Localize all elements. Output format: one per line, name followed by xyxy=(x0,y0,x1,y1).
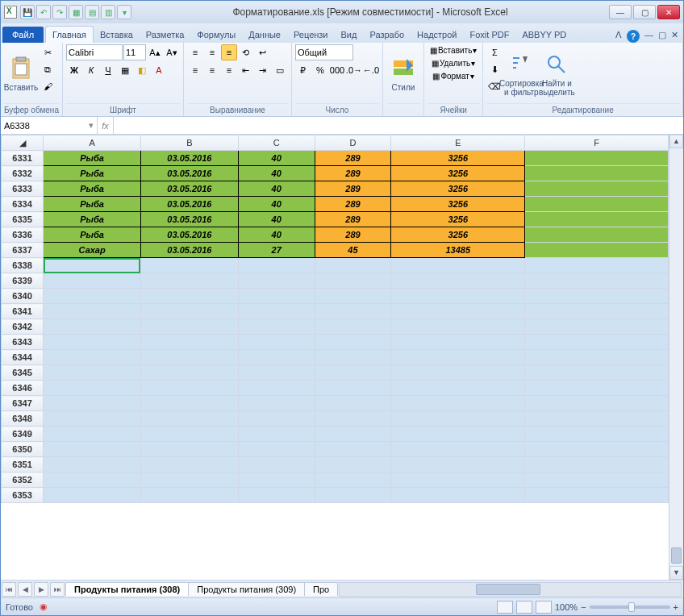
cell[interactable]: 03.05.2016 xyxy=(140,227,238,243)
undo-icon[interactable]: ↶ xyxy=(36,5,51,19)
cell[interactable]: 40 xyxy=(238,212,315,227)
cell[interactable] xyxy=(315,457,391,472)
table-row[interactable]: 6341 xyxy=(2,304,669,319)
row-header[interactable]: 6342 xyxy=(2,319,44,335)
col-header[interactable]: D xyxy=(315,135,391,151)
increase-font-icon[interactable]: A▴ xyxy=(147,44,163,60)
tab-home[interactable]: Главная xyxy=(45,26,94,43)
cell[interactable]: Сахар xyxy=(44,243,141,258)
row-header[interactable]: 6339 xyxy=(2,273,44,289)
decrease-decimal-icon[interactable]: ←.0 xyxy=(363,62,379,78)
cell[interactable]: 289 xyxy=(315,181,391,197)
row-header[interactable]: 6336 xyxy=(2,227,44,243)
cell[interactable]: 03.05.2016 xyxy=(140,151,238,166)
cell[interactable] xyxy=(44,258,141,273)
cell[interactable] xyxy=(238,258,315,273)
row-header[interactable]: 6349 xyxy=(2,427,44,442)
qat-btn[interactable]: ▾ xyxy=(117,5,131,19)
row-header[interactable]: 6333 xyxy=(2,181,44,197)
increase-decimal-icon[interactable]: .0→ xyxy=(346,62,362,78)
underline-button[interactable]: Ч xyxy=(100,62,116,78)
cell[interactable]: 40 xyxy=(238,166,315,181)
row-header[interactable]: 6350 xyxy=(2,442,44,457)
cell[interactable] xyxy=(44,273,141,289)
cell[interactable] xyxy=(315,488,391,503)
cell[interactable]: 289 xyxy=(315,212,391,227)
row-header[interactable]: 6344 xyxy=(2,350,44,365)
cell[interactable] xyxy=(315,427,391,442)
cell[interactable] xyxy=(238,381,315,396)
cell[interactable] xyxy=(140,258,238,273)
percent-icon[interactable]: % xyxy=(312,62,328,78)
cell[interactable] xyxy=(238,319,315,335)
table-row[interactable]: 6347 xyxy=(2,396,669,411)
cell[interactable]: 289 xyxy=(315,166,391,181)
cell[interactable]: Рыба xyxy=(44,212,141,227)
paste-button[interactable]: Вставить xyxy=(4,44,38,103)
tab-view[interactable]: Вид xyxy=(335,27,364,43)
cell[interactable] xyxy=(525,181,669,197)
formula-input[interactable] xyxy=(114,117,683,134)
cell[interactable] xyxy=(391,381,525,396)
cell[interactable] xyxy=(525,258,669,273)
cell[interactable]: 3256 xyxy=(391,151,525,166)
cell-grid[interactable]: ◢ A B C D E F 6331Рыба03.05.201640289325… xyxy=(1,135,669,580)
tab-data[interactable]: Данные xyxy=(242,27,287,43)
cell[interactable]: Рыба xyxy=(44,166,141,181)
cell[interactable] xyxy=(140,289,238,304)
cell[interactable] xyxy=(238,365,315,381)
fx-icon[interactable]: fx xyxy=(98,117,114,134)
name-box-dropdown-icon[interactable]: ▾ xyxy=(89,120,94,131)
cell[interactable] xyxy=(391,258,525,273)
cell[interactable] xyxy=(391,365,525,381)
cell[interactable] xyxy=(525,350,669,365)
row-header[interactable]: 6343 xyxy=(2,335,44,350)
help-icon[interactable]: ? xyxy=(627,30,640,43)
cell[interactable] xyxy=(391,396,525,411)
cell[interactable] xyxy=(525,381,669,396)
normal-view-icon[interactable] xyxy=(497,601,513,614)
cell[interactable] xyxy=(140,457,238,472)
orientation-icon[interactable]: ⟲ xyxy=(238,44,254,60)
close-button[interactable]: ✕ xyxy=(657,5,680,19)
fill-icon[interactable]: ⬇ xyxy=(486,61,503,77)
table-row[interactable]: 6346 xyxy=(2,381,669,396)
sheet-tab[interactable]: Продукты питания (309) xyxy=(188,582,305,596)
cell[interactable]: Рыба xyxy=(44,181,141,197)
sheet-tab[interactable]: Про xyxy=(304,582,338,596)
zoom-in-icon[interactable]: + xyxy=(674,602,678,612)
cell[interactable] xyxy=(315,258,391,273)
cell[interactable] xyxy=(238,442,315,457)
cell[interactable] xyxy=(391,488,525,503)
cell[interactable]: 45 xyxy=(315,243,391,258)
cell[interactable] xyxy=(238,304,315,319)
cell[interactable]: 3256 xyxy=(391,181,525,197)
cell[interactable] xyxy=(140,442,238,457)
cell[interactable] xyxy=(391,411,525,427)
merge-icon[interactable]: ▭ xyxy=(272,62,288,78)
cell[interactable] xyxy=(238,488,315,503)
zoom-level[interactable]: 100% xyxy=(555,602,578,612)
page-break-view-icon[interactable] xyxy=(536,601,552,614)
cell[interactable] xyxy=(315,365,391,381)
row-header[interactable]: 6337 xyxy=(2,243,44,258)
cell[interactable] xyxy=(140,365,238,381)
table-row[interactable]: 6353 xyxy=(2,488,669,503)
cell[interactable]: 03.05.2016 xyxy=(140,212,238,227)
qat-btn[interactable]: ▤ xyxy=(85,5,99,19)
cell[interactable] xyxy=(525,151,669,166)
cell[interactable] xyxy=(44,289,141,304)
doc-restore-icon[interactable]: ▢ xyxy=(658,30,666,43)
cell[interactable] xyxy=(525,304,669,319)
cell[interactable] xyxy=(44,304,141,319)
tab-developer[interactable]: Разрабо xyxy=(363,27,411,43)
cell[interactable] xyxy=(140,427,238,442)
cell[interactable] xyxy=(315,381,391,396)
cell[interactable] xyxy=(525,457,669,472)
format-painter-icon[interactable]: 🖌 xyxy=(40,78,56,94)
table-row[interactable]: 6351 xyxy=(2,457,669,472)
qat-btn[interactable]: ▥ xyxy=(101,5,115,19)
cell[interactable]: 27 xyxy=(238,243,315,258)
cell[interactable] xyxy=(315,442,391,457)
cell[interactable] xyxy=(391,350,525,365)
